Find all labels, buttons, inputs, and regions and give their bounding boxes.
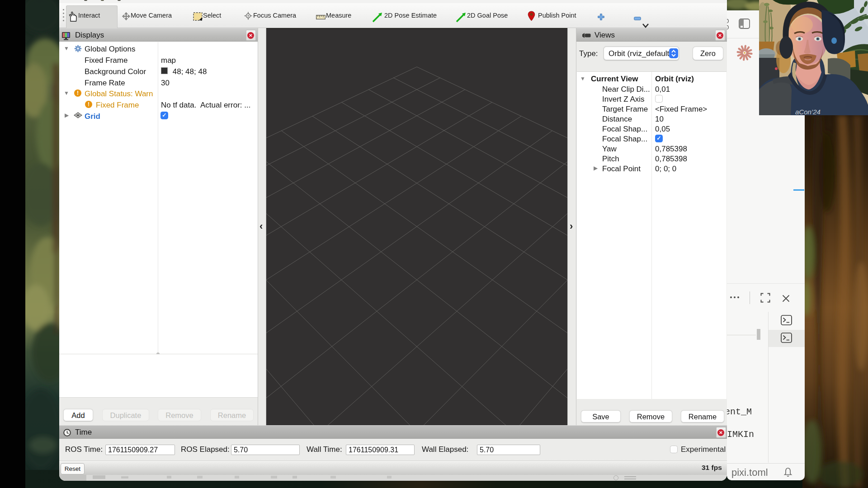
svg-text:aCon’24: aCon’24 [795,108,821,115]
